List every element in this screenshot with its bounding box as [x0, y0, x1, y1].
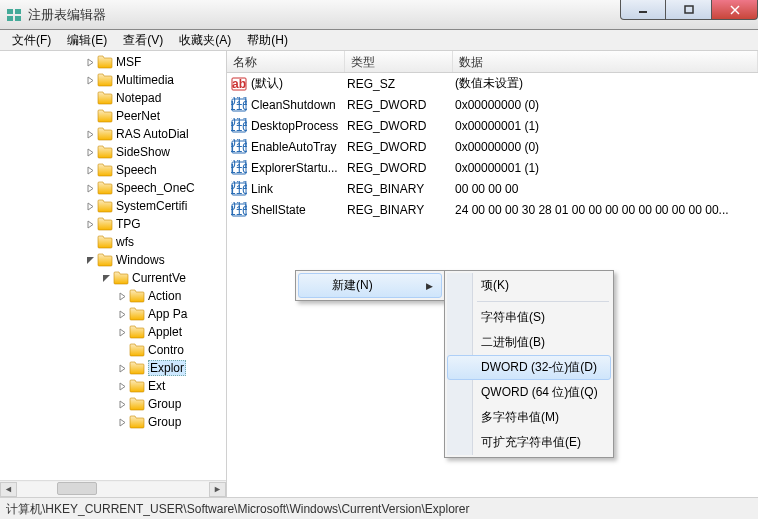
expand-icon[interactable] [116, 380, 128, 392]
tree-item[interactable]: Explor [0, 359, 226, 377]
menu-file[interactable]: 文件(F) [4, 30, 59, 51]
tree-item-label: Multimedia [116, 73, 174, 87]
value-type: REG_SZ [347, 77, 455, 91]
value-type: REG_DWORD [347, 119, 455, 133]
submenu-arrow-icon: ▶ [426, 281, 433, 291]
tree-item-label: RAS AutoDial [116, 127, 189, 141]
tree-item[interactable]: Contro [0, 341, 226, 359]
tree-item-label: MSF [116, 55, 141, 69]
svg-text:110: 110 [231, 183, 247, 197]
context-item-new[interactable]: 新建(N) ▶ [298, 273, 442, 298]
tree-item-label: wfs [116, 235, 134, 249]
value-data: 0x00000000 (0) [455, 140, 758, 154]
tree-item[interactable]: Group [0, 413, 226, 431]
tree-item[interactable]: Speech_OneC [0, 179, 226, 197]
list-row[interactable]: ab(默认)REG_SZ(数值未设置) [227, 73, 758, 94]
tree-item[interactable]: Ext [0, 377, 226, 395]
tree-item[interactable]: Windows [0, 251, 226, 269]
column-header-data[interactable]: 数据 [453, 51, 758, 72]
tree-item-label: App Pa [148, 307, 187, 321]
value-data: 0x00000001 (1) [455, 119, 758, 133]
tree-item[interactable]: Action [0, 287, 226, 305]
tree-item[interactable]: MSF [0, 53, 226, 71]
expand-icon[interactable] [84, 56, 96, 68]
context-submenu-new: 项(K) 字符串值(S) 二进制值(B) DWORD (32-位)值(D) QW… [444, 270, 614, 458]
context-menu: 新建(N) ▶ [295, 270, 445, 301]
value-name: CleanShutdown [251, 98, 347, 112]
tree-item[interactable]: Notepad [0, 89, 226, 107]
menu-help[interactable]: 帮助(H) [239, 30, 296, 51]
expand-icon[interactable] [84, 218, 96, 230]
list-row[interactable]: 011110CleanShutdownREG_DWORD0x00000000 (… [227, 94, 758, 115]
expand-icon[interactable] [84, 182, 96, 194]
window-title: 注册表编辑器 [28, 6, 106, 24]
expand-icon[interactable] [116, 362, 128, 374]
tree-item[interactable]: Speech [0, 161, 226, 179]
tree-item[interactable]: PeerNet [0, 107, 226, 125]
column-header-type[interactable]: 类型 [345, 51, 453, 72]
list-body[interactable]: ab(默认)REG_SZ(数值未设置)011110CleanShutdownRE… [227, 73, 758, 220]
list-row[interactable]: 011110EnableAutoTrayREG_DWORD0x00000000 … [227, 136, 758, 157]
expand-icon[interactable] [116, 398, 128, 410]
context-item-expandstring[interactable]: 可扩充字符串值(E) [447, 430, 611, 455]
list-row[interactable]: 011110ShellStateREG_BINARY24 00 00 00 30… [227, 199, 758, 220]
scroll-thumb[interactable] [57, 482, 97, 495]
expand-icon[interactable] [84, 128, 96, 140]
scroll-left-button[interactable]: ◄ [0, 482, 17, 497]
svg-text:ab: ab [232, 77, 246, 91]
menu-edit[interactable]: 编辑(E) [59, 30, 115, 51]
tree-item-label: Windows [116, 253, 165, 267]
menu-favorites[interactable]: 收藏夹(A) [171, 30, 239, 51]
svg-text:110: 110 [231, 141, 247, 155]
context-item-binary[interactable]: 二进制值(B) [447, 330, 611, 355]
minimize-button[interactable] [620, 0, 666, 20]
expand-icon[interactable] [84, 146, 96, 158]
column-header-name[interactable]: 名称 [227, 51, 345, 72]
expand-icon[interactable] [84, 200, 96, 212]
menu-view[interactable]: 查看(V) [115, 30, 171, 51]
tree-item[interactable]: App Pa [0, 305, 226, 323]
context-item-string[interactable]: 字符串值(S) [447, 305, 611, 330]
tree-item-label: SystemCertifi [116, 199, 187, 213]
tree-item[interactable]: CurrentVe [0, 269, 226, 287]
tree-item[interactable]: wfs [0, 233, 226, 251]
svg-text:110: 110 [231, 120, 247, 134]
expand-icon[interactable] [116, 308, 128, 320]
tree-item[interactable]: SystemCertifi [0, 197, 226, 215]
value-name: ShellState [251, 203, 347, 217]
expand-icon[interactable] [116, 326, 128, 338]
tree-item-label: Speech [116, 163, 157, 177]
svg-text:110: 110 [231, 162, 247, 176]
tree-item[interactable]: TPG [0, 215, 226, 233]
collapse-icon[interactable] [84, 254, 96, 266]
list-row[interactable]: 011110ExplorerStartu...REG_DWORD0x000000… [227, 157, 758, 178]
context-item-key[interactable]: 项(K) [447, 273, 611, 298]
tree-horizontal-scrollbar[interactable]: ◄ ► [0, 480, 226, 497]
tree-item[interactable]: Applet [0, 323, 226, 341]
tree-item[interactable]: RAS AutoDial [0, 125, 226, 143]
tree-item-label: Action [148, 289, 181, 303]
tree-item[interactable]: Multimedia [0, 71, 226, 89]
value-type: REG_BINARY [347, 182, 455, 196]
maximize-button[interactable] [666, 0, 712, 20]
value-type: REG_DWORD [347, 140, 455, 154]
tree-item[interactable]: SideShow [0, 143, 226, 161]
scroll-track[interactable] [17, 482, 209, 497]
list-row[interactable]: 011110LinkREG_BINARY00 00 00 00 [227, 178, 758, 199]
list-row[interactable]: 011110DesktopProcessREG_DWORD0x00000001 … [227, 115, 758, 136]
svg-rect-2 [7, 16, 13, 21]
expand-icon[interactable] [84, 74, 96, 86]
tree-item[interactable]: Group [0, 395, 226, 413]
context-item-dword[interactable]: DWORD (32-位)值(D) [447, 355, 611, 380]
scroll-right-button[interactable]: ► [209, 482, 226, 497]
expand-icon[interactable] [84, 164, 96, 176]
expand-icon[interactable] [116, 290, 128, 302]
context-item-qword[interactable]: QWORD (64 位)值(Q) [447, 380, 611, 405]
value-data: 0x00000000 (0) [455, 98, 758, 112]
close-button[interactable] [712, 0, 758, 20]
context-item-multistring[interactable]: 多字符串值(M) [447, 405, 611, 430]
value-data: (数值未设置) [455, 75, 758, 92]
tree[interactable]: MSFMultimediaNotepadPeerNetRAS AutoDialS… [0, 51, 226, 431]
collapse-icon[interactable] [100, 272, 112, 284]
expand-icon[interactable] [116, 416, 128, 428]
